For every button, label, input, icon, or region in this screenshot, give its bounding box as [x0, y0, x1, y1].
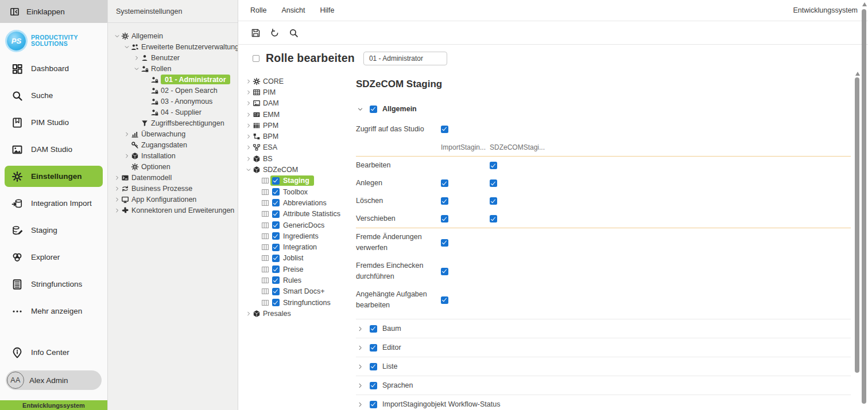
permission-checkbox[interactable] [441, 239, 448, 247]
module-rules[interactable]: Rules [244, 275, 350, 286]
module-stringfunctions[interactable]: Stringfunctions [244, 297, 350, 308]
zugriff-checkbox[interactable] [441, 126, 448, 133]
scrollbar-thumb[interactable] [862, 9, 866, 404]
refresh-button[interactable] [269, 27, 281, 39]
save-button[interactable] [250, 27, 262, 39]
permission-checkbox[interactable] [441, 296, 448, 304]
section-checkbox[interactable] [370, 363, 377, 370]
section-importstagingobjekt-workflow-status[interactable]: ImportStagingobjekt Workflow-Status [356, 395, 851, 410]
tree-item-datenmodell[interactable]: Datenmodell [111, 172, 237, 183]
role-header-checkbox[interactable] [253, 55, 259, 62]
chevron-right-icon[interactable] [244, 311, 253, 317]
sidebar-item-dam-studio[interactable]: DAM Studio [0, 136, 107, 163]
section-editor[interactable]: Editor [356, 338, 851, 357]
tree-item-02-open-search[interactable]: 02 - Open Search [111, 85, 237, 96]
module-toolbox[interactable]: Toolbox [244, 186, 350, 197]
module-preise[interactable]: Preise [244, 264, 350, 275]
section-allgemein[interactable]: Allgemein [356, 101, 851, 116]
sidebar-item-dashboard[interactable]: Dashboard [0, 55, 107, 82]
chevron-down-icon[interactable] [132, 66, 141, 72]
permission-checkbox[interactable] [490, 179, 497, 187]
chevron-right-icon[interactable] [113, 208, 121, 213]
section-checkbox[interactable] [370, 325, 377, 333]
permission-checkbox[interactable] [490, 162, 497, 169]
scroll-up-arrow[interactable] [862, 2, 867, 6]
chevron-right-icon[interactable] [356, 326, 365, 332]
chevron-down-icon[interactable] [356, 106, 365, 112]
module-sdzecom[interactable]: SDZeCOM [244, 164, 350, 175]
role-name-input[interactable] [363, 52, 447, 65]
tree-item-installation[interactable]: Installation [111, 150, 237, 161]
collapse-sidebar-button[interactable]: Einklappen [0, 0, 107, 23]
chevron-right-icon[interactable] [356, 401, 365, 408]
tree-item-03-anonymous[interactable]: 03 - Anonymous [111, 96, 237, 107]
chevron-right-icon[interactable] [113, 175, 121, 181]
chevron-right-icon[interactable] [244, 112, 253, 118]
tree-item-berwachung[interactable]: Überwachung [111, 128, 237, 139]
tree-item-optionen[interactable]: Optionen [111, 161, 237, 172]
module-checkbox[interactable] [272, 188, 280, 196]
permission-checkbox[interactable] [441, 197, 448, 205]
chevron-right-icon[interactable] [113, 197, 121, 202]
module-abbreviations[interactable]: Abbreviations [244, 197, 350, 208]
section-checkbox[interactable] [370, 401, 377, 408]
tree-item-allgemein[interactable]: Allgemein [111, 30, 237, 41]
chevron-down-icon[interactable] [122, 44, 131, 50]
module-esa[interactable]: ESA [244, 142, 350, 153]
section-baum[interactable]: Baum [356, 319, 851, 338]
chevron-down-icon[interactable] [244, 167, 253, 173]
chevron-right-icon[interactable] [122, 153, 131, 159]
module-checkbox[interactable] [272, 244, 280, 251]
menu-item-rolle[interactable]: Rolle [250, 6, 267, 14]
module-checkbox[interactable] [272, 221, 280, 229]
module-joblist[interactable]: Joblist [244, 253, 350, 264]
module-checkbox[interactable] [272, 299, 280, 306]
module-checkbox[interactable] [272, 232, 280, 240]
chevron-right-icon[interactable] [132, 55, 141, 61]
module-ingredients[interactable]: Ingredients [244, 231, 350, 241]
section-checkbox[interactable] [370, 344, 377, 352]
module-checkbox[interactable] [272, 177, 280, 185]
tree-item-rollen[interactable]: Rollen [111, 63, 237, 74]
module-ppm[interactable]: PPM [244, 120, 350, 131]
tree-item-04-supplier[interactable]: 04 - Supplier [111, 107, 237, 118]
chevron-right-icon[interactable] [244, 145, 253, 150]
scroll-up-arrow[interactable] [855, 72, 860, 76]
chevron-down-icon[interactable] [113, 33, 121, 39]
permission-checkbox[interactable] [490, 215, 497, 222]
sidebar-item-stringfunctions[interactable]: Stringfunctions [0, 271, 107, 298]
chevron-right-icon[interactable] [244, 89, 253, 95]
tree-item-01-administrator[interactable]: 01 - Administrator [111, 74, 237, 85]
module-checkbox[interactable] [272, 210, 280, 218]
module-dam[interactable]: DAM [244, 98, 350, 109]
chevron-right-icon[interactable] [244, 134, 253, 139]
module-staging[interactable]: Staging [244, 175, 350, 186]
module-smart-docs[interactable]: Smart Docs+ [244, 286, 350, 297]
scrollbar-thumb[interactable] [855, 77, 859, 373]
module-integration[interactable]: Integration [244, 241, 350, 252]
user-menu[interactable]: AA Alex Admin [6, 370, 102, 390]
section-checkbox[interactable] [370, 382, 377, 389]
permission-checkbox[interactable] [441, 179, 448, 187]
tree-item-zugangsdaten[interactable]: Zugangsdaten [111, 139, 237, 150]
tree-item-business-prozesse[interactable]: Business Prozesse [111, 183, 237, 194]
menu-item-ansicht[interactable]: Ansicht [282, 6, 305, 14]
tree-item-app-konfigurationen[interactable]: App Konfigurationen [111, 194, 237, 205]
chevron-right-icon[interactable] [122, 131, 131, 137]
chevron-right-icon[interactable] [244, 100, 253, 106]
tree-item-zugriffsberechtigungen[interactable]: Zugriffsberechtigungen [111, 118, 237, 128]
module-genericdocs[interactable]: GenericDocs [244, 220, 350, 231]
chevron-right-icon[interactable] [356, 382, 365, 389]
module-checkbox[interactable] [272, 276, 280, 284]
chevron-right-icon[interactable] [244, 79, 253, 84]
magnifier-button[interactable] [288, 27, 300, 39]
module-pim[interactable]: PIM [244, 87, 350, 97]
module-bpm[interactable]: BPM [244, 131, 350, 142]
module-checkbox[interactable] [272, 265, 280, 273]
module-bs[interactable]: BS [244, 153, 350, 164]
chevron-right-icon[interactable] [244, 123, 253, 128]
permission-checkbox[interactable] [441, 268, 448, 275]
sidebar-item-pim-studio[interactable]: PIM Studio [0, 109, 107, 136]
menu-item-hilfe[interactable]: Hilfe [320, 6, 335, 14]
sidebar-item-integration-import[interactable]: Integration Import [0, 190, 107, 217]
